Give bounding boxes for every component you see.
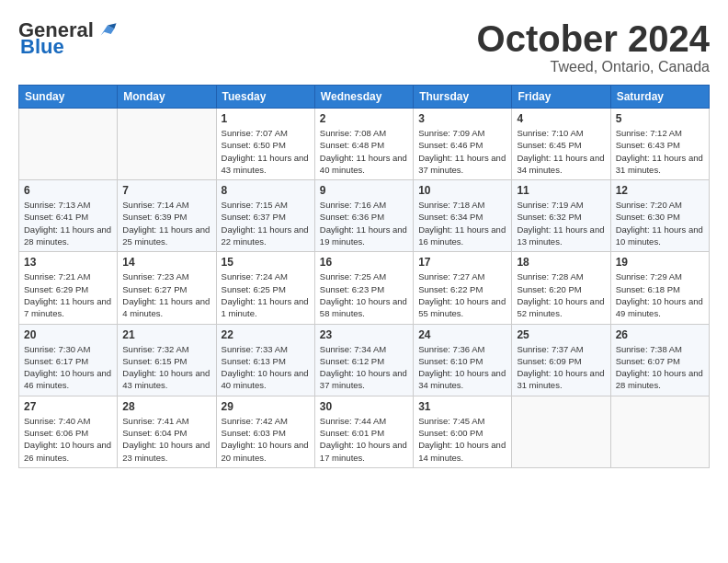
header-tuesday: Tuesday bbox=[216, 86, 314, 109]
cell-1-6: 12Sunrise: 7:20 AMSunset: 6:30 PMDayligh… bbox=[610, 180, 709, 252]
day-info-14: Sunrise: 7:23 AMSunset: 6:27 PMDaylight:… bbox=[122, 270, 210, 319]
cell-2-6: 19Sunrise: 7:29 AMSunset: 6:18 PMDayligh… bbox=[610, 252, 709, 324]
week-row-2: 6Sunrise: 7:13 AMSunset: 6:41 PMDaylight… bbox=[19, 180, 710, 252]
cell-3-0: 20Sunrise: 7:30 AMSunset: 6:17 PMDayligh… bbox=[19, 324, 118, 396]
cell-0-0 bbox=[19, 109, 118, 180]
day-number-27: 27 bbox=[24, 400, 112, 413]
cell-2-0: 13Sunrise: 7:21 AMSunset: 6:29 PMDayligh… bbox=[19, 252, 118, 324]
day-number-5: 5 bbox=[616, 112, 704, 125]
header-saturday: Saturday bbox=[610, 86, 709, 109]
cell-4-0: 27Sunrise: 7:40 AMSunset: 6:06 PMDayligh… bbox=[19, 396, 118, 467]
cell-4-3: 30Sunrise: 7:44 AMSunset: 6:01 PMDayligh… bbox=[314, 396, 413, 467]
day-info-7: Sunrise: 7:14 AMSunset: 6:39 PMDaylight:… bbox=[122, 199, 210, 247]
cell-1-2: 8Sunrise: 7:15 AMSunset: 6:37 PMDaylight… bbox=[216, 180, 314, 252]
cell-3-5: 25Sunrise: 7:37 AMSunset: 6:09 PMDayligh… bbox=[512, 324, 610, 396]
cell-4-2: 29Sunrise: 7:42 AMSunset: 6:03 PMDayligh… bbox=[216, 396, 314, 467]
cell-2-4: 17Sunrise: 7:27 AMSunset: 6:22 PMDayligh… bbox=[414, 252, 512, 324]
day-info-4: Sunrise: 7:10 AMSunset: 6:45 PMDaylight:… bbox=[517, 127, 605, 176]
week-row-4: 20Sunrise: 7:30 AMSunset: 6:17 PMDayligh… bbox=[19, 324, 710, 396]
day-number-11: 11 bbox=[517, 184, 605, 197]
cell-1-0: 6Sunrise: 7:13 AMSunset: 6:41 PMDaylight… bbox=[19, 180, 118, 252]
day-info-5: Sunrise: 7:12 AMSunset: 6:43 PMDaylight:… bbox=[616, 127, 704, 176]
cell-3-1: 21Sunrise: 7:32 AMSunset: 6:15 PMDayligh… bbox=[118, 324, 216, 396]
cell-3-6: 26Sunrise: 7:38 AMSunset: 6:07 PMDayligh… bbox=[610, 324, 709, 396]
day-number-18: 18 bbox=[517, 256, 605, 269]
day-number-2: 2 bbox=[320, 112, 408, 125]
weekday-header-row: Sunday Monday Tuesday Wednesday Thursday… bbox=[19, 86, 710, 109]
day-number-21: 21 bbox=[122, 328, 210, 341]
cell-1-3: 9Sunrise: 7:16 AMSunset: 6:36 PMDaylight… bbox=[314, 180, 413, 252]
day-number-31: 31 bbox=[418, 400, 506, 413]
day-info-19: Sunrise: 7:29 AMSunset: 6:18 PMDaylight:… bbox=[616, 270, 704, 319]
day-info-3: Sunrise: 7:09 AMSunset: 6:46 PMDaylight:… bbox=[418, 127, 506, 176]
day-info-9: Sunrise: 7:16 AMSunset: 6:36 PMDaylight:… bbox=[320, 199, 408, 247]
day-number-17: 17 bbox=[418, 256, 506, 269]
day-info-20: Sunrise: 7:30 AMSunset: 6:17 PMDaylight:… bbox=[24, 343, 112, 392]
day-number-3: 3 bbox=[418, 112, 506, 125]
day-number-4: 4 bbox=[517, 112, 605, 125]
logo-blue-text: Blue bbox=[18, 35, 64, 59]
day-number-19: 19 bbox=[616, 256, 704, 269]
week-row-3: 13Sunrise: 7:21 AMSunset: 6:29 PMDayligh… bbox=[19, 252, 710, 324]
cell-2-2: 15Sunrise: 7:24 AMSunset: 6:25 PMDayligh… bbox=[216, 252, 314, 324]
header-sunday: Sunday bbox=[19, 86, 118, 109]
cell-2-3: 16Sunrise: 7:25 AMSunset: 6:23 PMDayligh… bbox=[314, 252, 413, 324]
day-info-27: Sunrise: 7:40 AMSunset: 6:06 PMDaylight:… bbox=[24, 415, 112, 464]
day-info-13: Sunrise: 7:21 AMSunset: 6:29 PMDaylight:… bbox=[24, 270, 112, 319]
cell-4-6 bbox=[610, 396, 709, 467]
cell-0-2: 1Sunrise: 7:07 AMSunset: 6:50 PMDaylight… bbox=[216, 109, 314, 180]
header-thursday: Thursday bbox=[414, 86, 512, 109]
day-info-16: Sunrise: 7:25 AMSunset: 6:23 PMDaylight:… bbox=[320, 270, 408, 319]
day-info-25: Sunrise: 7:37 AMSunset: 6:09 PMDaylight:… bbox=[517, 343, 605, 392]
cell-0-5: 4Sunrise: 7:10 AMSunset: 6:45 PMDaylight… bbox=[512, 109, 610, 180]
day-info-26: Sunrise: 7:38 AMSunset: 6:07 PMDaylight:… bbox=[616, 343, 704, 392]
day-number-10: 10 bbox=[418, 184, 506, 197]
header-friday: Friday bbox=[512, 86, 610, 109]
cell-3-4: 24Sunrise: 7:36 AMSunset: 6:10 PMDayligh… bbox=[414, 324, 512, 396]
day-info-8: Sunrise: 7:15 AMSunset: 6:37 PMDaylight:… bbox=[222, 199, 310, 247]
day-number-26: 26 bbox=[616, 328, 704, 341]
day-number-20: 20 bbox=[24, 328, 112, 341]
day-info-31: Sunrise: 7:45 AMSunset: 6:00 PMDaylight:… bbox=[418, 415, 506, 464]
cell-4-4: 31Sunrise: 7:45 AMSunset: 6:00 PMDayligh… bbox=[414, 396, 512, 467]
day-number-9: 9 bbox=[320, 184, 408, 197]
cell-4-1: 28Sunrise: 7:41 AMSunset: 6:04 PMDayligh… bbox=[118, 396, 216, 467]
day-info-23: Sunrise: 7:34 AMSunset: 6:12 PMDaylight:… bbox=[320, 343, 408, 392]
day-number-1: 1 bbox=[222, 112, 310, 125]
cell-0-1 bbox=[118, 109, 216, 180]
day-number-8: 8 bbox=[222, 184, 310, 197]
day-info-10: Sunrise: 7:18 AMSunset: 6:34 PMDaylight:… bbox=[418, 199, 506, 247]
header-monday: Monday bbox=[118, 86, 216, 109]
day-info-11: Sunrise: 7:19 AMSunset: 6:32 PMDaylight:… bbox=[517, 199, 605, 247]
day-info-18: Sunrise: 7:28 AMSunset: 6:20 PMDaylight:… bbox=[517, 270, 605, 319]
week-row-5: 27Sunrise: 7:40 AMSunset: 6:06 PMDayligh… bbox=[19, 396, 710, 467]
day-number-7: 7 bbox=[122, 184, 210, 197]
cell-2-5: 18Sunrise: 7:28 AMSunset: 6:20 PMDayligh… bbox=[512, 252, 610, 324]
day-info-29: Sunrise: 7:42 AMSunset: 6:03 PMDaylight:… bbox=[222, 415, 310, 464]
cell-4-5 bbox=[512, 396, 610, 467]
day-number-29: 29 bbox=[222, 400, 310, 413]
day-info-30: Sunrise: 7:44 AMSunset: 6:01 PMDaylight:… bbox=[320, 415, 408, 464]
subtitle: Tweed, Ontario, Canada bbox=[477, 59, 710, 75]
week-row-1: 1Sunrise: 7:07 AMSunset: 6:50 PMDaylight… bbox=[19, 109, 710, 180]
day-number-24: 24 bbox=[418, 328, 506, 341]
cell-3-3: 23Sunrise: 7:34 AMSunset: 6:12 PMDayligh… bbox=[314, 324, 413, 396]
day-number-23: 23 bbox=[320, 328, 408, 341]
cell-3-2: 22Sunrise: 7:33 AMSunset: 6:13 PMDayligh… bbox=[216, 324, 314, 396]
cell-0-3: 2Sunrise: 7:08 AMSunset: 6:48 PMDaylight… bbox=[314, 109, 413, 180]
header: General Blue October 2024 Tweed, Ontario… bbox=[18, 18, 710, 75]
cell-1-5: 11Sunrise: 7:19 AMSunset: 6:32 PMDayligh… bbox=[512, 180, 610, 252]
day-info-21: Sunrise: 7:32 AMSunset: 6:15 PMDaylight:… bbox=[122, 343, 210, 392]
day-info-2: Sunrise: 7:08 AMSunset: 6:48 PMDaylight:… bbox=[320, 127, 408, 176]
day-info-1: Sunrise: 7:07 AMSunset: 6:50 PMDaylight:… bbox=[222, 127, 310, 176]
day-number-14: 14 bbox=[122, 256, 210, 269]
cell-1-1: 7Sunrise: 7:14 AMSunset: 6:39 PMDaylight… bbox=[118, 180, 216, 252]
day-info-15: Sunrise: 7:24 AMSunset: 6:25 PMDaylight:… bbox=[222, 270, 310, 319]
day-info-6: Sunrise: 7:13 AMSunset: 6:41 PMDaylight:… bbox=[24, 199, 112, 247]
cell-0-4: 3Sunrise: 7:09 AMSunset: 6:46 PMDaylight… bbox=[414, 109, 512, 180]
cell-2-1: 14Sunrise: 7:23 AMSunset: 6:27 PMDayligh… bbox=[118, 252, 216, 324]
day-number-16: 16 bbox=[320, 256, 408, 269]
cell-0-6: 5Sunrise: 7:12 AMSunset: 6:43 PMDaylight… bbox=[610, 109, 709, 180]
logo-bird-icon bbox=[97, 20, 118, 40]
day-info-28: Sunrise: 7:41 AMSunset: 6:04 PMDaylight:… bbox=[122, 415, 210, 464]
